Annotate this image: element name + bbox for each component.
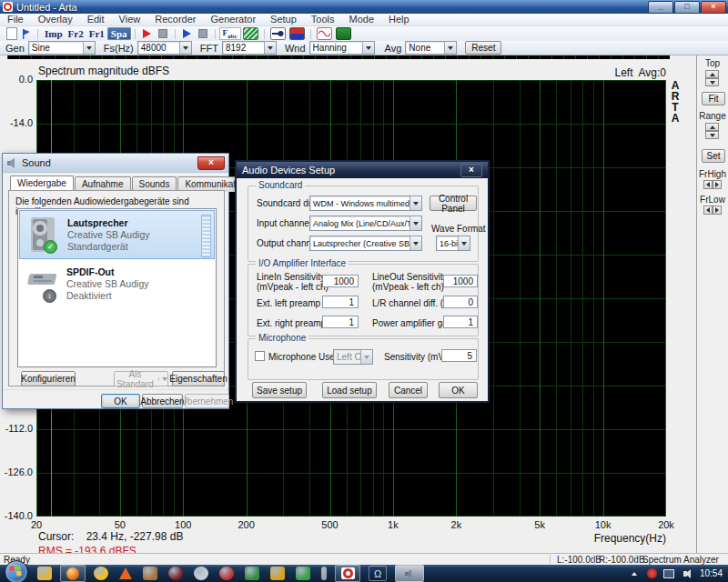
media-player-icon[interactable] [168, 567, 183, 580]
generator-type-select[interactable]: Sine [28, 41, 96, 55]
cancel-button[interactable]: Abbrechen [142, 394, 183, 408]
frlow-stepper[interactable] [703, 206, 722, 215]
slim-tool-icon[interactable] [321, 567, 327, 580]
antivirus-tray-icon[interactable] [646, 568, 658, 579]
mic-sensitivity-field[interactable]: 5 [441, 349, 477, 362]
mic-channel-select[interactable]: Left Ch [333, 349, 373, 363]
vlc-cone-icon[interactable] [119, 567, 132, 579]
audio-close-button[interactable]: × [460, 164, 482, 177]
menu-item-overlay[interactable]: Overlay [31, 14, 80, 25]
menu-item-setup[interactable]: Setup [263, 14, 304, 25]
arrow-left-icon[interactable] [703, 180, 713, 189]
sound-close-button[interactable]: × [197, 156, 225, 170]
microphone-tool-icon[interactable] [270, 27, 286, 40]
spin-up-icon[interactable] [705, 123, 719, 131]
menu-item-tools[interactable]: Tools [304, 14, 342, 25]
chevron-down-icon[interactable] [444, 42, 456, 54]
window-function-select[interactable]: Hanning [309, 41, 375, 55]
record-stop-icon[interactable] [158, 29, 167, 38]
microphone-used-checkbox[interactable] [255, 351, 265, 361]
firefox-icon-button[interactable] [60, 565, 86, 582]
playback-device-list[interactable]: ✓LautsprecherCreative SB AudigyStandardg… [17, 208, 217, 367]
window-titlebar[interactable]: Untitled - Arta _ □ × [0, 0, 728, 14]
save-setup-button[interactable]: Save setup [252, 382, 307, 398]
frhigh-stepper[interactable] [703, 180, 722, 189]
chevron-down-icon[interactable] [410, 236, 421, 250]
reset-button[interactable]: Reset [465, 41, 501, 55]
output-channels-select[interactable]: Lautsprecher (Creative SB Audig [309, 236, 422, 249]
chevron-down-icon[interactable] [158, 377, 167, 381]
pencil-icon[interactable] [143, 567, 157, 580]
new-file-icon[interactable] [6, 27, 17, 40]
lineout-sensitivity-field[interactable]: 1000 [443, 275, 478, 287]
chevron-down-icon[interactable] [410, 216, 421, 230]
tab-wiedergabe[interactable]: Wiedergabe [10, 176, 74, 191]
device-list-item[interactable]: ✓LautsprecherCreative SB AudigyStandardg… [19, 210, 215, 259]
taskbar-clock[interactable]: 10:54 [698, 568, 723, 578]
menu-item-recorder[interactable]: Recorder [147, 14, 203, 25]
load-setup-button[interactable]: Load setup [322, 382, 377, 398]
maximize-button[interactable]: □ [674, 1, 700, 14]
control-panel-button[interactable]: Control Panel [430, 196, 477, 211]
minimize-button[interactable]: _ [648, 1, 673, 14]
chevron-down-icon[interactable] [83, 42, 95, 54]
generator-stop-icon[interactable] [198, 29, 207, 38]
apply-button[interactable]: Übernehmen [185, 394, 229, 408]
record-play-icon[interactable] [143, 29, 151, 38]
calibration-icon[interactable] [289, 27, 305, 40]
soundcard-driver-select[interactable]: WDM - Windows multimedia driver [309, 196, 422, 209]
averaging-select[interactable]: None [405, 41, 457, 55]
fit-button[interactable]: Fit [702, 92, 725, 105]
device-list-item[interactable]: ↓SPDIF-OutCreative SB AudigyDeaktiviert [19, 260, 215, 309]
close-button[interactable]: × [701, 1, 726, 14]
ext-right-gain-field[interactable]: 1 [322, 316, 359, 328]
menu-item-edit[interactable]: Edit [80, 14, 112, 25]
arrow-left-icon[interactable] [703, 206, 713, 215]
sampling-rate-select[interactable]: 48000 [137, 41, 192, 55]
network-tray-icon[interactable] [663, 568, 675, 579]
menu-item-view[interactable]: View [112, 14, 148, 25]
configure-button[interactable]: Konfigurieren [21, 371, 76, 386]
overlay-flag-icon[interactable] [21, 28, 32, 39]
grid-chart-icon[interactable] [243, 27, 258, 40]
wave-format-select[interactable]: 16-bit [436, 236, 470, 249]
power-amp-gain-field[interactable]: 1 [443, 316, 478, 328]
chevron-down-icon[interactable] [410, 196, 421, 210]
book-icon[interactable] [245, 567, 259, 580]
ccleaner-icon[interactable] [219, 567, 234, 580]
spin-down-icon[interactable] [705, 131, 719, 139]
start-button[interactable] [5, 560, 28, 582]
chevron-up-icon[interactable] [629, 568, 641, 579]
fr1-mode-button[interactable]: Fr1 [86, 28, 107, 39]
linein-sensitivity-field[interactable]: 1000 [322, 275, 359, 287]
spin-up-icon[interactable] [705, 70, 719, 78]
fabc-smoothing-button[interactable]: Fabc [219, 27, 241, 41]
menu-item-help[interactable]: Help [381, 14, 417, 25]
arta-taskbar-button[interactable] [335, 565, 360, 582]
cancel-button[interactable]: Cancel [389, 382, 428, 398]
menu-item-file[interactable]: File [0, 14, 31, 25]
chevron-down-icon[interactable] [362, 42, 374, 54]
set-default-button[interactable]: Als Standard [114, 371, 168, 386]
sine-signal-icon[interactable] [317, 27, 332, 40]
properties-button[interactable]: Eigenschaften [172, 371, 225, 386]
ext-left-gain-field[interactable]: 1 [322, 296, 359, 308]
ok-button[interactable]: OK [101, 394, 140, 408]
spa-mode-button[interactable]: Spa [107, 27, 131, 40]
set-button[interactable]: Set [702, 149, 725, 163]
spin-down-icon[interactable] [705, 78, 719, 86]
arrow-right-icon[interactable] [713, 206, 722, 215]
input-channels-select[interactable]: Analog Mix (Line/CD/Aux/TAD/PC) [309, 216, 422, 229]
package-icon[interactable] [270, 567, 285, 580]
impulse-mode-button[interactable]: Imp [42, 28, 66, 39]
sound-dialog-titlebar[interactable]: Sound × [3, 154, 228, 173]
menu-item-mode[interactable]: Mode [341, 14, 381, 25]
ok-button[interactable]: OK [439, 382, 478, 398]
range-spinner[interactable] [705, 123, 719, 139]
volume-tray-icon[interactable] [681, 568, 693, 579]
headset-icon[interactable]: Ω [369, 566, 387, 581]
arrow-right-icon[interactable] [713, 180, 722, 189]
chevron-down-icon[interactable] [458, 236, 470, 250]
audio-dialog-titlebar[interactable]: Audio Devices Setup × [237, 162, 488, 178]
fr2-mode-button[interactable]: Fr2 [66, 28, 86, 39]
